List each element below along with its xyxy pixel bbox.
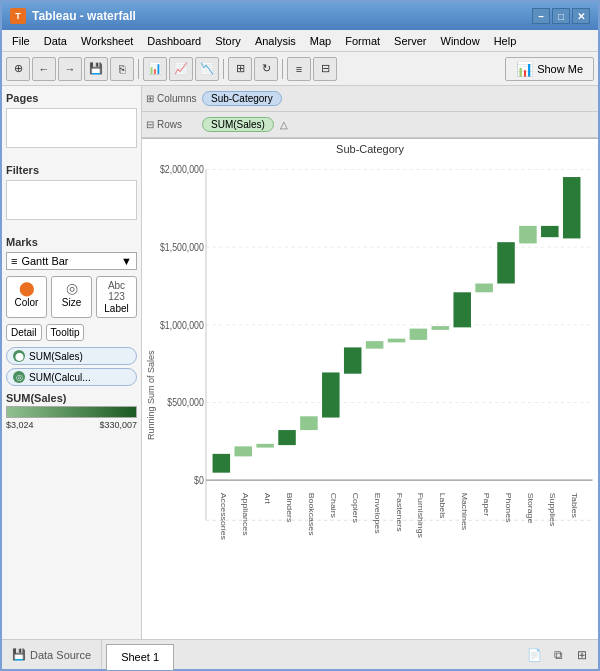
menu-help[interactable]: Help bbox=[488, 33, 523, 49]
chart-svg: $2,000,000 $1,500,000 $1,000,000 $500,00… bbox=[160, 157, 598, 633]
menu-file[interactable]: File bbox=[6, 33, 36, 49]
menu-dashboard[interactable]: Dashboard bbox=[141, 33, 207, 49]
legend-gradient bbox=[6, 406, 137, 418]
maximize-button[interactable]: □ bbox=[552, 8, 570, 24]
tooltip-button[interactable]: Tooltip bbox=[46, 324, 85, 341]
menu-window[interactable]: Window bbox=[435, 33, 486, 49]
svg-text:Fasteners: Fasteners bbox=[395, 493, 403, 532]
left-panel: Pages Filters Marks ≡ Gantt Bar ▼ ⬤ Colo… bbox=[2, 86, 142, 639]
toolbar-copy-btn[interactable]: ⎘ bbox=[110, 57, 134, 81]
color-button[interactable]: ⬤ Color bbox=[6, 276, 47, 318]
bar-labels bbox=[432, 326, 450, 330]
minimize-button[interactable]: – bbox=[532, 8, 550, 24]
show-me-button[interactable]: 📊 Show Me bbox=[505, 57, 594, 81]
toolbar-sort-btn[interactable]: ≡ bbox=[287, 57, 311, 81]
color-icon: ⬤ bbox=[19, 280, 35, 296]
menu-worksheet[interactable]: Worksheet bbox=[75, 33, 139, 49]
chart-container: Running Sum of Sales $2,00 bbox=[142, 157, 598, 633]
data-source-tab[interactable]: 💾 Data Source bbox=[2, 640, 102, 669]
svg-text:Envelopes: Envelopes bbox=[373, 493, 381, 534]
new-dashboard-icon[interactable]: ⊞ bbox=[572, 645, 592, 665]
sheet-tab[interactable]: Sheet 1 bbox=[106, 644, 174, 670]
shelf-area: ⊞ Columns Sub-Category ⊟ Rows SUM(Sales)… bbox=[142, 86, 598, 139]
svg-text:Furnishings: Furnishings bbox=[417, 493, 425, 538]
menu-server[interactable]: Server bbox=[388, 33, 432, 49]
label-label: Label bbox=[104, 303, 128, 314]
title-bar: T Tableau - waterfall – □ ✕ bbox=[2, 2, 598, 30]
svg-text:Appliances: Appliances bbox=[241, 493, 249, 536]
filters-section: Filters bbox=[6, 162, 137, 226]
bar-paper bbox=[475, 284, 493, 293]
bar-fasteners bbox=[388, 339, 406, 343]
menu-data[interactable]: Data bbox=[38, 33, 73, 49]
new-sheet-icon[interactable]: 📄 bbox=[524, 645, 544, 665]
svg-text:$2,000,000: $2,000,000 bbox=[160, 164, 204, 176]
bar-binders bbox=[278, 430, 296, 445]
sum-sales-label: SUM(Sales) bbox=[29, 351, 83, 362]
size-button[interactable]: ◎ Size bbox=[51, 276, 92, 318]
bar-machines bbox=[453, 292, 471, 327]
chart-area: Sub-Category Running Sum of Sales bbox=[142, 139, 598, 639]
columns-shelf: ⊞ Columns Sub-Category bbox=[142, 86, 598, 112]
toolbar-chart3-btn[interactable]: 📉 bbox=[195, 57, 219, 81]
sum-calcul-icon: ◎ bbox=[13, 371, 25, 383]
sum-sales-pill[interactable]: ⬤ SUM(Sales) bbox=[6, 347, 137, 365]
rows-pill[interactable]: SUM(Sales) bbox=[202, 117, 274, 132]
menu-bar: File Data Worksheet Dashboard Story Anal… bbox=[2, 30, 598, 52]
toolbar-group-btn[interactable]: ⊟ bbox=[313, 57, 337, 81]
marks-section: Marks ≡ Gantt Bar ▼ ⬤ Color ◎ Size bbox=[6, 234, 137, 430]
menu-analysis[interactable]: Analysis bbox=[249, 33, 302, 49]
window-title: Tableau - waterfall bbox=[32, 9, 136, 23]
menu-format[interactable]: Format bbox=[339, 33, 386, 49]
marks-buttons: ⬤ Color ◎ Size Abc123 Label bbox=[6, 276, 137, 318]
rows-delta: △ bbox=[280, 119, 288, 130]
toolbar-refresh-btn[interactable]: ↻ bbox=[254, 57, 278, 81]
columns-icon: ⊞ bbox=[146, 93, 154, 104]
toolbar-home-btn[interactable]: ⊕ bbox=[6, 57, 30, 81]
svg-text:Copiers: Copiers bbox=[351, 493, 359, 523]
svg-text:Art: Art bbox=[263, 493, 271, 505]
toolbar-chart2-btn[interactable]: 📈 bbox=[169, 57, 193, 81]
toolbar: ⊕ ← → 💾 ⎘ 📊 📈 📉 ⊞ ↻ ≡ ⊟ 📊 Show Me bbox=[2, 52, 598, 86]
filters-box bbox=[6, 180, 137, 220]
marks-properties: Detail Tooltip bbox=[6, 324, 137, 341]
svg-text:$0: $0 bbox=[194, 474, 204, 486]
toolbar-forward-btn[interactable]: → bbox=[58, 57, 82, 81]
svg-text:$500,000: $500,000 bbox=[167, 397, 204, 409]
app-icon: T bbox=[10, 8, 26, 24]
svg-text:Supplies: Supplies bbox=[548, 493, 556, 527]
toolbar-chart-btn[interactable]: 📊 bbox=[143, 57, 167, 81]
toolbar-back-btn[interactable]: ← bbox=[32, 57, 56, 81]
legend-title: SUM(Sales) bbox=[6, 390, 137, 406]
pages-label: Pages bbox=[6, 90, 137, 108]
menu-story[interactable]: Story bbox=[209, 33, 247, 49]
bar-art bbox=[256, 444, 274, 448]
marks-type-dropdown[interactable]: ≡ Gantt Bar ▼ bbox=[6, 252, 137, 270]
close-button[interactable]: ✕ bbox=[572, 8, 590, 24]
legend-max: $330,007 bbox=[99, 420, 137, 430]
svg-text:$1,500,000: $1,500,000 bbox=[160, 241, 204, 253]
title-controls[interactable]: – □ ✕ bbox=[532, 8, 590, 24]
legend-values: $3,024 $330,007 bbox=[6, 420, 137, 430]
detail-button[interactable]: Detail bbox=[6, 324, 42, 341]
pages-box bbox=[6, 108, 137, 148]
sum-calcul-pill[interactable]: ◎ SUM(Calcul... bbox=[6, 368, 137, 386]
duplicate-sheet-icon[interactable]: ⧉ bbox=[548, 645, 568, 665]
menu-map[interactable]: Map bbox=[304, 33, 337, 49]
svg-text:Tables: Tables bbox=[570, 493, 578, 518]
title-bar-left: T Tableau - waterfall bbox=[10, 8, 136, 24]
chart-title: Sub-Category bbox=[142, 139, 598, 157]
bar-accessories bbox=[213, 454, 231, 473]
marks-type-label: Gantt Bar bbox=[21, 255, 68, 267]
bottom-bar: 💾 Data Source Sheet 1 📄 ⧉ ⊞ bbox=[2, 639, 598, 669]
bottom-icons: 📄 ⧉ ⊞ bbox=[518, 645, 598, 665]
toolbar-save-btn[interactable]: 💾 bbox=[84, 57, 108, 81]
right-panel: ⊞ Columns Sub-Category ⊟ Rows SUM(Sales)… bbox=[142, 86, 598, 639]
rows-label: ⊟ Rows bbox=[146, 119, 196, 130]
label-button[interactable]: Abc123 Label bbox=[96, 276, 137, 318]
columns-pill[interactable]: Sub-Category bbox=[202, 91, 282, 106]
bar-envelopes bbox=[366, 341, 384, 349]
toolbar-filter-btn[interactable]: ⊞ bbox=[228, 57, 252, 81]
svg-text:Binders: Binders bbox=[285, 493, 293, 523]
legend-min: $3,024 bbox=[6, 420, 34, 430]
